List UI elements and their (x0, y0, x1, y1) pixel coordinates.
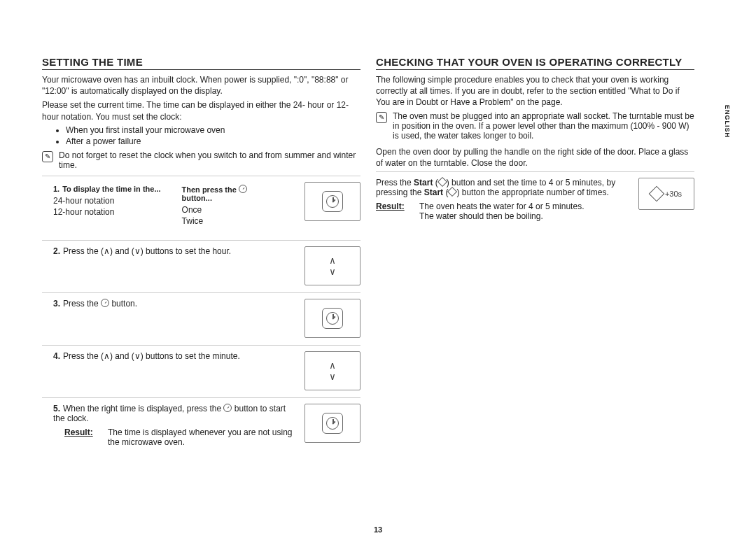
step5-button-illustration (304, 404, 360, 443)
right-intro: The following simple procedure enables y… (376, 74, 694, 108)
start-30s-label: +30s (665, 190, 682, 198)
step-5: 5.When the right time is displayed, pres… (42, 397, 360, 454)
start-word-2: Start (424, 187, 443, 197)
clock-icon (326, 312, 339, 325)
right-note: The oven must be plugged into an appropr… (393, 111, 694, 141)
down-arrow-icon: ∨ (330, 267, 335, 276)
p2a: Press the (376, 178, 414, 187)
right-result-label: Result: (376, 201, 410, 221)
bullet-power-failure: After a power failure (66, 136, 360, 146)
note-icon: ✎ (376, 112, 387, 123)
intro-para-2: Please set the current time. The time ca… (42, 99, 360, 122)
step3-button-illustration (304, 299, 360, 338)
up-arrow-icon: ∧ (330, 360, 335, 370)
clock-icon (101, 299, 109, 307)
start-diamond-icon (649, 186, 665, 202)
page-number: 13 (0, 525, 756, 534)
clock-icon (223, 404, 232, 412)
note-summer-time: Do not forget to reset the clock when yo… (59, 150, 360, 170)
language-tab: ENGLISH (724, 105, 731, 138)
right-result-1: The oven heats the water for 4 or 5 minu… (419, 201, 631, 211)
clock-icon (326, 195, 339, 208)
step1-r2c1: 12-hour notation (53, 207, 161, 217)
step3-b: button. (109, 299, 137, 309)
start-button-illustration: +30s (638, 178, 694, 210)
step1-hd2: Then press the (182, 185, 237, 194)
up-arrow-icon: ∧ (330, 255, 335, 265)
step4-button-illustration: ∧ ∨ (304, 351, 360, 390)
right-column: CHECKING THAT YOUR OVEN IS OPERATING COR… (376, 56, 694, 454)
heading-setting-time: SETTING THE TIME (42, 56, 360, 68)
result-text: The time is displayed whenever you are n… (108, 427, 299, 447)
step1-hd1: To display the time in the... (62, 185, 160, 193)
step2-text: Press the (∧) and (∨) buttons to set the… (63, 246, 231, 256)
p2b: ( (433, 178, 438, 187)
left-column: SETTING THE TIME Your microwave oven has… (42, 56, 360, 454)
step4-text: Press the (∧) and (∨) buttons to set the… (63, 351, 240, 361)
clock-icon (239, 185, 247, 193)
start-instruction: Press the Start () button and set the ti… (376, 171, 694, 227)
start-diamond-icon (438, 177, 447, 187)
step2-button-illustration: ∧ ∨ (304, 246, 360, 285)
step1-hd2-suffix: button... (182, 194, 212, 202)
step5-a: When the right time is displayed, press … (63, 404, 223, 413)
down-arrow-icon: ∨ (330, 371, 335, 381)
step1-r2c2: Twice (182, 216, 247, 226)
result-label: Result: (64, 427, 98, 447)
start-word: Start (414, 178, 433, 187)
clock-set-conditions: When you first install your microwave ov… (42, 125, 360, 146)
step1-r1c1: 24-hour notation (53, 196, 161, 206)
intro-para-1: Your microwave oven has an inbuilt clock… (42, 74, 360, 97)
step3-a: Press the (63, 299, 101, 309)
step1-r1c2: Once (182, 205, 247, 215)
bullet-first-install: When you first install your microwave ov… (66, 125, 360, 135)
heading-check-oven: CHECKING THAT YOUR OVEN IS OPERATING COR… (376, 56, 694, 68)
step-3: 3.Press the button. (42, 292, 360, 345)
right-p1: Open the oven door by pulling the handle… (376, 146, 694, 169)
note-icon: ✎ (42, 151, 53, 162)
step1-button-illustration (304, 182, 360, 221)
clock-icon (326, 417, 339, 430)
p2e: ) button the appropriate number of times… (456, 187, 608, 197)
step-1: 1.To display the time in the... 24-hour … (42, 176, 360, 240)
step-4: 4.Press the (∧) and (∨) buttons to set t… (42, 345, 360, 397)
step-2: 2.Press the (∧) and (∨) buttons to set t… (42, 240, 360, 292)
right-result-2: The water should then be boiling. (419, 211, 631, 221)
